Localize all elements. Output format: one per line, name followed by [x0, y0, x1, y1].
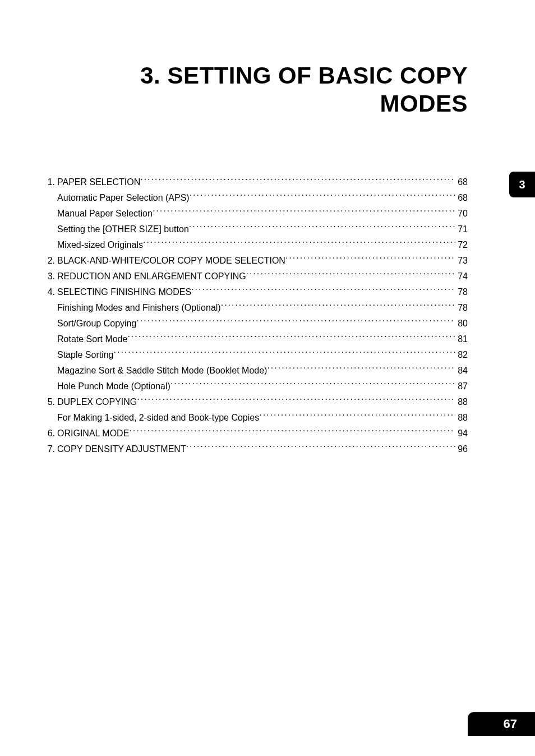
chapter-title: 3. SETTING OF BASIC COPY MODES	[44, 62, 468, 118]
toc-entry-page: 71	[455, 222, 468, 237]
chapter-side-tab: 3	[509, 172, 535, 197]
toc-entry-label: COPY DENSITY ADJUSTMENT	[57, 441, 186, 457]
toc-leader-dots	[285, 255, 455, 264]
toc-entry[interactable]: 6.ORIGINAL MODE94	[44, 426, 468, 441]
toc-entry-number: 7.	[44, 441, 57, 457]
toc-leader-dots	[259, 412, 455, 421]
toc-entry[interactable]: 5.DUPLEX COPYING88	[44, 394, 468, 410]
toc-entry-number: 6.	[44, 426, 57, 441]
toc-entry[interactable]: Setting the [OTHER SIZE] button71	[44, 222, 468, 237]
toc-entry[interactable]: 7.COPY DENSITY ADJUSTMENT96	[44, 441, 468, 457]
toc-entry-label: Staple Sorting	[57, 347, 114, 363]
toc-entry-number: 4.	[44, 284, 57, 300]
toc-leader-dots	[170, 380, 455, 389]
toc-entry-label: Finishing Modes and Finishers (Optional)	[57, 300, 221, 316]
toc-entry-page: 88	[455, 410, 468, 426]
toc-entry[interactable]: 4.SELECTING FINISHING MODES78	[44, 284, 468, 300]
toc-leader-dots	[153, 208, 455, 216]
toc-entry[interactable]: Hole Punch Mode (Optional)87	[44, 379, 468, 394]
toc-entry[interactable]: Rotate Sort Mode81	[44, 331, 468, 347]
toc-entry-number: 1.	[44, 174, 57, 190]
toc-entry[interactable]: For Making 1-sided, 2-sided and Book-typ…	[44, 410, 468, 426]
toc-entry-label: DUPLEX COPYING	[57, 394, 137, 410]
toc-leader-dots	[143, 239, 455, 248]
toc-entry-page: 68	[455, 190, 468, 206]
toc-entry-label: Rotate Sort Mode	[57, 331, 127, 347]
toc-entry-label: REDUCTION AND ENLARGEMENT COPYING	[57, 269, 246, 284]
toc-entry-page: 78	[455, 284, 468, 300]
toc-entry-label: ORIGINAL MODE	[57, 426, 129, 441]
toc-leader-dots	[127, 333, 455, 342]
toc-entry-number: 5.	[44, 394, 57, 410]
toc-entry[interactable]: Automatic Paper Selection (APS)68	[44, 190, 468, 206]
toc-leader-dots	[137, 396, 455, 405]
toc-entry-label: Mixed-sized Originals	[57, 237, 143, 253]
toc-entry-label: For Making 1-sided, 2-sided and Book-typ…	[57, 410, 259, 426]
toc-entry-label: PAPER SELECTION	[57, 174, 140, 190]
toc-entry-page: 68	[455, 174, 468, 190]
toc-entry-page: 84	[455, 363, 468, 379]
toc-entry-label: Hole Punch Mode (Optional)	[57, 379, 170, 394]
toc-leader-dots	[140, 176, 455, 185]
toc-entry-page: 70	[455, 206, 468, 222]
toc-entry-page: 82	[455, 347, 468, 363]
toc-entry-number: 2.	[44, 253, 57, 269]
toc-entry[interactable]: 2.BLACK-AND-WHITE/COLOR COPY MODE SELECT…	[44, 253, 468, 269]
toc-entry-page: 72	[455, 237, 468, 253]
toc-entry-page: 73	[455, 253, 468, 269]
toc-entry-page: 88	[455, 394, 468, 410]
chapter-title-line2: MODES	[380, 90, 468, 117]
toc-leader-dots	[189, 223, 455, 232]
toc-entry[interactable]: Manual Paper Selection70	[44, 206, 468, 222]
toc-leader-dots	[267, 365, 455, 374]
toc-entry-label: Manual Paper Selection	[57, 206, 153, 222]
toc-leader-dots	[129, 427, 455, 436]
page-number: 67	[504, 717, 517, 731]
chapter-title-line1: 3. SETTING OF BASIC COPY	[140, 62, 468, 89]
document-page: 3. SETTING OF BASIC COPY MODES 3 1.PAPER…	[0, 0, 535, 756]
toc-entry[interactable]: 3.REDUCTION AND ENLARGEMENT COPYING74	[44, 269, 468, 284]
toc-leader-dots	[136, 317, 455, 326]
table-of-contents: 1.PAPER SELECTION68Automatic Paper Selec…	[44, 174, 468, 457]
toc-entry[interactable]: 1.PAPER SELECTION68	[44, 174, 468, 190]
toc-entry-label: BLACK-AND-WHITE/COLOR COPY MODE SELECTIO…	[57, 253, 285, 269]
toc-leader-dots	[114, 349, 456, 358]
toc-leader-dots	[221, 302, 456, 311]
chapter-side-tab-number: 3	[519, 178, 525, 191]
toc-entry-page: 80	[455, 316, 468, 331]
toc-entry[interactable]: Mixed-sized Originals72	[44, 237, 468, 253]
toc-leader-dots	[246, 270, 456, 279]
toc-entry-label: Sort/Group Copying	[57, 316, 136, 331]
toc-entry-label: SELECTING FINISHING MODES	[57, 284, 191, 300]
toc-entry-page: 78	[455, 300, 468, 316]
toc-entry-page: 87	[455, 379, 468, 394]
toc-entry-page: 96	[455, 441, 468, 457]
toc-entry[interactable]: Finishing Modes and Finishers (Optional)…	[44, 300, 468, 316]
toc-leader-dots	[190, 192, 456, 201]
toc-entry[interactable]: Magazine Sort & Saddle Stitch Mode (Book…	[44, 363, 468, 379]
toc-entry-label: Magazine Sort & Saddle Stitch Mode (Book…	[57, 363, 267, 379]
toc-leader-dots	[191, 286, 455, 295]
toc-entry-page: 94	[455, 426, 468, 441]
toc-leader-dots	[186, 443, 456, 452]
page-number-tab: 67	[468, 712, 535, 736]
toc-entry-page: 81	[455, 331, 468, 347]
toc-entry[interactable]: Sort/Group Copying80	[44, 316, 468, 331]
toc-entry-number: 3.	[44, 269, 57, 284]
toc-entry[interactable]: Staple Sorting82	[44, 347, 468, 363]
toc-entry-label: Automatic Paper Selection (APS)	[57, 190, 190, 206]
toc-entry-page: 74	[455, 269, 468, 284]
toc-entry-label: Setting the [OTHER SIZE] button	[57, 222, 189, 237]
